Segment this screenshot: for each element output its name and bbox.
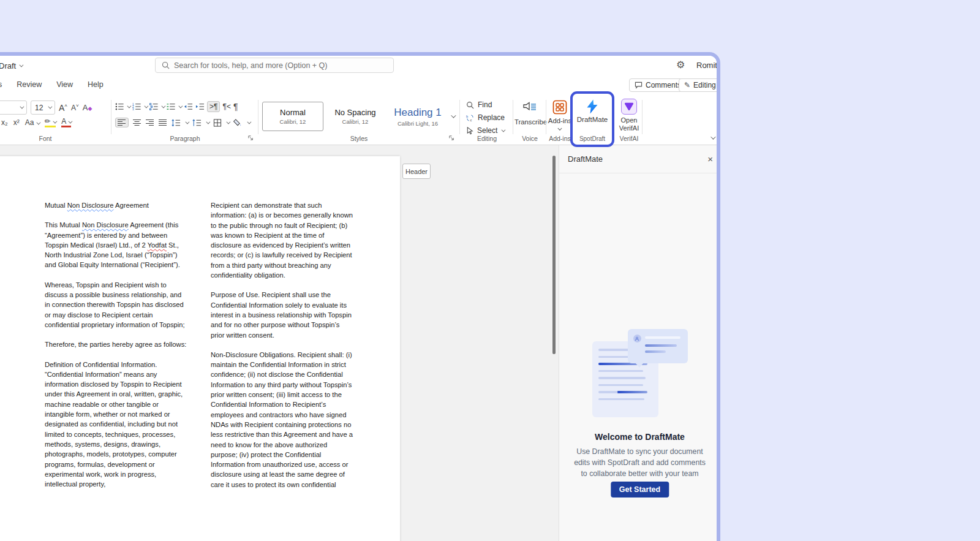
lightning-bolt-icon — [586, 99, 599, 114]
decrease-indent-button[interactable] — [184, 102, 193, 111]
shrink-font-button[interactable]: A˅ — [71, 103, 79, 112]
spotdraft-group-label: SpotDraft — [579, 135, 605, 142]
addins-group-label: Add-ins — [548, 135, 572, 142]
select-label: Select — [477, 126, 497, 135]
editing-mode-button[interactable]: ✎ Editing — [679, 78, 720, 92]
open-verifai-button[interactable] — [621, 99, 637, 115]
paragraph-dialog-launcher[interactable] — [248, 135, 254, 141]
dash-list-button[interactable] — [167, 102, 176, 111]
header-section-tag[interactable]: Header — [402, 164, 431, 179]
grow-font-button[interactable]: A˄ — [59, 103, 67, 113]
pencil-icon: ✎ — [684, 81, 690, 89]
search-placeholder: Search for tools, help, and more (Option… — [174, 61, 327, 70]
comments-button[interactable]: Comments — [629, 78, 687, 92]
panel-title: DraftMate — [568, 154, 603, 164]
settings-gear-icon[interactable]: ⚙ — [676, 59, 685, 70]
svg-text:b: b — [466, 114, 468, 118]
align-right-button[interactable] — [146, 119, 154, 126]
ribbon-collapse-chevron[interactable] — [710, 134, 715, 139]
app-top-bar: Draft Search for tools, help, and more (… — [0, 56, 720, 77]
draftmate-panel: DraftMate × — [559, 145, 720, 541]
ribbon: ) 12 A˄ A˅ A◆ U ab x₂ x² Aa — [0, 95, 720, 145]
find-icon — [466, 101, 474, 109]
get-started-button[interactable]: Get Started — [611, 482, 669, 497]
welcome-illustration — [592, 329, 688, 420]
open-verifai-label: Open VerifAI — [617, 116, 641, 132]
paragraph-group-label: Paragraph — [114, 135, 256, 142]
word-app-window: Draft Search for tools, help, and more (… — [0, 52, 720, 541]
addins-button-label: Add-ins — [548, 117, 572, 124]
chevron-down-icon — [20, 63, 24, 67]
document-column-2[interactable]: Recipient can demonstrate that such info… — [211, 200, 353, 499]
voice-group-label: Voice — [514, 135, 545, 142]
increase-indent-button[interactable] — [195, 102, 205, 111]
panel-header: DraftMate × — [559, 145, 720, 173]
line-spacing-button[interactable] — [172, 119, 181, 127]
verifai-group-label: VerifAI — [617, 135, 641, 142]
tab-review[interactable]: Review — [17, 80, 42, 89]
font-size-value: 12 — [35, 104, 43, 112]
document-scrollbar-thumb[interactable] — [552, 156, 556, 354]
numbered-list-button[interactable]: 123 — [132, 102, 141, 111]
font-color-button[interactable]: A — [61, 117, 71, 127]
document-column-1[interactable]: Mutual Non Disclosure AgreementThis Mutu… — [45, 200, 187, 499]
subscript-button[interactable]: x₂ — [1, 118, 8, 127]
user-name[interactable]: Romit — [696, 61, 717, 70]
style-no-spacing[interactable]: No Spacing Calibri, 12 — [325, 102, 386, 131]
speaker-icon — [522, 101, 537, 113]
find-button[interactable]: Find — [466, 99, 492, 111]
tab-help[interactable]: Help — [88, 80, 104, 89]
align-center-button[interactable] — [133, 119, 141, 126]
ribbon-group-voice: Transcribe Voice — [514, 95, 545, 145]
transcribe-button[interactable] — [522, 101, 537, 113]
rtl-paragraph-button[interactable]: ¶< — [222, 102, 230, 111]
chevron-down-icon — [48, 105, 52, 109]
style-normal[interactable]: Normal Calibri, 12 — [262, 102, 323, 131]
transcribe-label: Transcribe — [514, 118, 545, 126]
ltr-paragraph-button[interactable]: >¶ — [207, 101, 220, 112]
search-icon — [162, 61, 170, 69]
find-label: Find — [478, 100, 492, 109]
styles-dialog-launcher[interactable] — [449, 135, 454, 141]
ribbon-tab-row: es Review View Help Comments ✎ Editing — [0, 77, 720, 95]
addins-grid-icon — [552, 100, 567, 115]
bullet-list-button[interactable] — [115, 102, 124, 111]
style-heading-1[interactable]: Heading 1 Calibri Light, 16 — [387, 102, 448, 131]
shading-button[interactable] — [233, 119, 243, 127]
tab-references-partial[interactable]: es — [0, 80, 2, 89]
chevron-down-icon — [20, 105, 24, 109]
ribbon-group-paragraph: 123 >¶ ¶< ¶ — [114, 95, 256, 145]
chevron-down-icon — [719, 82, 720, 86]
font-size-select[interactable]: 12 — [31, 100, 55, 115]
editing-mode-label: Editing — [693, 81, 716, 89]
paragraph-spacing-button[interactable] — [192, 119, 202, 127]
search-input[interactable]: Search for tools, help, and more (Option… — [155, 58, 394, 73]
ribbon-group-addins: Add-ins Add-ins — [548, 95, 572, 145]
clear-formatting-button[interactable]: A◆ — [83, 103, 92, 112]
panel-welcome-title: Welcome to DraftMate — [559, 432, 720, 442]
superscript-button[interactable]: x² — [13, 118, 20, 127]
multilevel-list-button[interactable] — [149, 102, 159, 111]
align-left-button[interactable] — [115, 118, 129, 127]
comment-bubble-icon — [635, 81, 643, 89]
borders-button[interactable] — [213, 119, 222, 127]
svg-text:c: c — [470, 118, 472, 122]
tab-view[interactable]: View — [56, 80, 73, 89]
styles-gallery-expand-chevron[interactable] — [451, 113, 456, 118]
show-paragraph-marks-button[interactable]: ¶ — [233, 102, 238, 112]
select-cursor-icon — [466, 127, 473, 135]
addins-button[interactable] — [552, 100, 567, 115]
styles-group-label: Styles — [260, 135, 458, 142]
justify-button[interactable] — [159, 119, 167, 126]
document-title-dropdown[interactable]: Draft — [0, 61, 22, 70]
comments-label: Comments — [646, 81, 681, 89]
draftmate-button-highlighted[interactable]: DraftMate SpotDraft — [570, 91, 614, 147]
avatar — [633, 335, 641, 342]
font-name-select[interactable]: ) — [0, 100, 27, 115]
highlight-color-button[interactable]: ✏ — [45, 117, 56, 127]
change-case-button[interactable]: Aa — [25, 118, 39, 127]
font-group-label: Font — [0, 135, 109, 142]
replace-label: Replace — [478, 113, 505, 122]
replace-button[interactable]: bc Replace — [466, 112, 505, 124]
close-icon[interactable]: × — [707, 154, 713, 164]
